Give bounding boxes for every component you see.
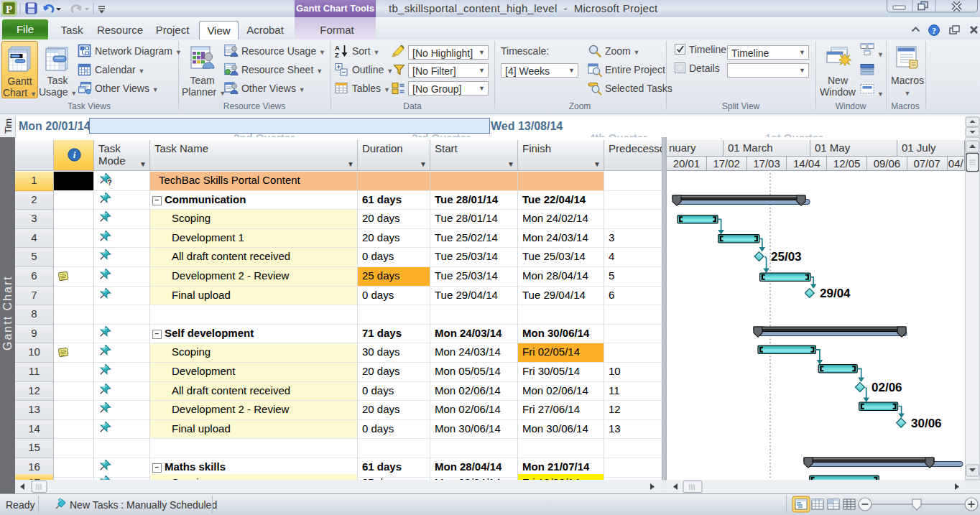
svg-text:02/06: 02/06 bbox=[872, 381, 902, 394]
svg-text:P: P bbox=[6, 4, 12, 15]
svg-text:i: i bbox=[73, 149, 76, 160]
svg-text:Z: Z bbox=[335, 51, 339, 59]
svg-text:25/03: 25/03 bbox=[771, 250, 802, 264]
svg-text:?: ? bbox=[932, 26, 936, 36]
svg-text:?: ? bbox=[108, 179, 112, 187]
svg-text:30/06: 30/06 bbox=[911, 417, 942, 430]
svg-text:29/04: 29/04 bbox=[820, 287, 851, 300]
